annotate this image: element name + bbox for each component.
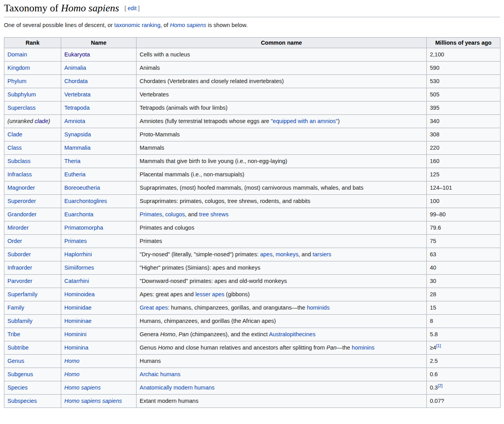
wiki-link[interactable]: lesser apes: [195, 291, 224, 297]
wiki-link[interactable]: tree shrews: [199, 211, 229, 217]
page-title-prefix: Taxonomy of: [4, 2, 61, 14]
common-name-cell: Genus Homo and close human relatives and…: [136, 341, 427, 355]
wiki-link[interactable]: apes: [260, 251, 272, 257]
wiki-link[interactable]: clade: [35, 118, 48, 124]
wiki-link[interactable]: Kingdom: [7, 65, 30, 71]
wiki-link[interactable]: Subspecies: [7, 398, 37, 404]
wiki-link[interactable]: colugos: [165, 211, 185, 217]
reference-link[interactable]: [2]: [438, 383, 442, 388]
wiki-link[interactable]: Genus: [7, 358, 24, 364]
wiki-link[interactable]: Chordata: [64, 78, 88, 84]
wiki-link[interactable]: Primates: [64, 238, 87, 244]
wiki-link[interactable]: Family: [7, 304, 24, 311]
wiki-link[interactable]: Homo sapiens: [64, 384, 101, 391]
wiki-link[interactable]: Vertebrata: [64, 91, 91, 98]
table-row: SubgenusHomoArchaic humans0.6: [4, 368, 500, 381]
wiki-link[interactable]: Homo sapiens sapiens: [64, 398, 122, 404]
wiki-link[interactable]: Anatomically modern humans: [140, 384, 215, 391]
wiki-link[interactable]: Primatomorpha: [64, 225, 103, 231]
wiki-link[interactable]: Simiiformes: [64, 265, 94, 271]
mya-cell: 30: [427, 275, 500, 288]
wiki-link[interactable]: Superfamily: [7, 291, 38, 297]
wiki-link[interactable]: Infraorder: [7, 265, 32, 271]
wiki-link[interactable]: Subphylum: [7, 91, 36, 98]
wiki-link[interactable]: Synapsida: [64, 131, 91, 138]
wiki-link[interactable]: Suborder: [7, 251, 31, 257]
common-name-cell: Humans, chimpanzees, and gorillas (the A…: [136, 315, 427, 328]
wiki-link[interactable]: Mirorder: [7, 225, 29, 231]
wiki-link[interactable]: Catarrhini: [64, 278, 89, 284]
reference-sup: [2]: [438, 383, 442, 388]
wiki-link[interactable]: Archaic humans: [140, 371, 180, 377]
wiki-link[interactable]: Homo sapiens: [170, 22, 206, 28]
wiki-link[interactable]: "equipped with an amnios": [271, 118, 338, 124]
wiki-link[interactable]: Homo: [64, 358, 80, 364]
wiki-link[interactable]: Homo: [64, 371, 80, 377]
rank-cell: Superclass: [4, 101, 61, 115]
common-name-cell: Mammals: [136, 141, 427, 155]
wiki-link[interactable]: Domain: [7, 51, 27, 58]
wiki-link[interactable]: Boreoeutheria: [64, 185, 100, 191]
wiki-link[interactable]: Subclass: [7, 158, 31, 164]
wiki-link[interactable]: Eukaryota: [64, 51, 90, 58]
text-segment: 505: [430, 91, 439, 98]
wiki-link[interactable]: Magnorder: [7, 185, 35, 191]
common-name-cell: Great apes: humans, chimpanzees, gorilla…: [136, 301, 427, 315]
wiki-link[interactable]: Phylum: [7, 78, 26, 84]
wiki-link[interactable]: Theria: [64, 158, 80, 164]
wiki-link[interactable]: Superorder: [7, 198, 36, 204]
wiki-link[interactable]: Euarchonta: [64, 211, 93, 217]
name-cell: Euarchontoglires: [61, 195, 136, 208]
wiki-link[interactable]: Euarchontoglires: [64, 198, 107, 204]
wiki-link[interactable]: Class: [7, 145, 22, 151]
wiki-link[interactable]: Eutheria: [64, 171, 86, 178]
text-segment: Proto-Mammals: [140, 131, 180, 138]
text-segment: Mammals: [140, 145, 164, 151]
wiki-link[interactable]: Australopithecines: [269, 331, 316, 337]
table-row: DomainEukaryotaCells with a nucleus2,100: [4, 48, 500, 62]
wiki-link[interactable]: Hominina: [64, 344, 88, 351]
rank-cell: Order: [4, 235, 61, 248]
table-row: SubtribeHomininaGenus Homo and close hum…: [4, 341, 500, 355]
wiki-link[interactable]: Subfamily: [7, 318, 33, 324]
common-name-cell: "Dry-nosed" (literally, "simple-nosed") …: [136, 248, 427, 261]
wiki-link[interactable]: Species: [7, 384, 28, 391]
wiki-link[interactable]: taxonomic ranking: [114, 22, 160, 28]
wiki-link[interactable]: Haplorrhini: [64, 251, 92, 257]
wiki-link[interactable]: Grandorder: [7, 211, 36, 217]
common-name-cell: Genera Homo, Pan (chimpanzees), and the …: [136, 328, 427, 341]
wiki-link[interactable]: Hominini: [64, 331, 86, 337]
mya-cell: 340: [427, 115, 500, 128]
wiki-link[interactable]: Infraclass: [7, 171, 32, 178]
reference-link[interactable]: [1]: [436, 343, 441, 348]
wiki-link[interactable]: Animalia: [64, 65, 86, 71]
text-segment: Placental mammals (i.e., non-marsupials): [140, 171, 244, 178]
wiki-link[interactable]: Hominidae: [64, 304, 91, 311]
wiki-link[interactable]: Tribe: [7, 331, 20, 337]
wiki-link[interactable]: Order: [7, 238, 22, 244]
wiki-link[interactable]: hominins: [352, 344, 375, 351]
text-segment: Animals: [140, 65, 160, 71]
wiki-link[interactable]: Tetrapoda: [64, 105, 90, 111]
wiki-link[interactable]: Clade: [7, 131, 22, 138]
wiki-link[interactable]: tarsiers: [313, 251, 331, 257]
wiki-link[interactable]: Homininae: [64, 318, 91, 324]
wiki-link[interactable]: Subgenus: [7, 371, 33, 377]
text-segment: 63: [430, 251, 436, 257]
edit-link[interactable]: edit: [127, 5, 136, 11]
wiki-link[interactable]: monkeys: [276, 251, 298, 257]
text-segment: is shown below.: [206, 22, 248, 28]
wiki-link[interactable]: Subtribe: [7, 344, 29, 351]
wiki-link[interactable]: hominids: [307, 304, 329, 311]
wiki-link[interactable]: Primates: [140, 211, 162, 217]
wiki-link[interactable]: Superclass: [7, 105, 36, 111]
wiki-link[interactable]: Parvorder: [7, 278, 33, 284]
wiki-link[interactable]: Great apes: [140, 304, 168, 311]
wiki-link[interactable]: Mammalia: [64, 145, 91, 151]
name-cell: Primates: [61, 235, 136, 248]
wiki-link[interactable]: Amniota: [64, 118, 85, 124]
wiki-link[interactable]: Hominoidea: [64, 291, 95, 297]
text-segment: and close human relatives and ancestors …: [173, 344, 326, 351]
text-segment-italic: (unranked: [7, 118, 35, 124]
text-segment-italic: Pan: [326, 344, 337, 351]
